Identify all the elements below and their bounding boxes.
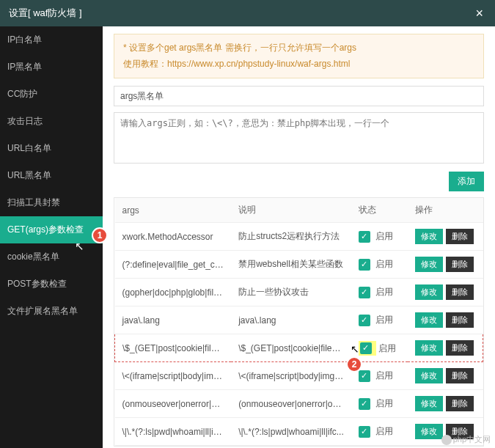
rules-table-wrap: args 说明 状态 操作 xwork.MethodAccessor防止stru…: [114, 197, 484, 447]
notice-line2: 使用教程：https://www.xp.cn/phpstudy-linux/wa…: [123, 56, 474, 73]
sidebar-item-url-whitelist[interactable]: URL白名单: [0, 135, 103, 162]
cell-status: ✓ 启用: [351, 251, 408, 279]
check-icon[interactable]: ✓: [359, 398, 370, 410]
check-icon[interactable]: ✓: [360, 342, 372, 354]
cell-status: ✓ 启用: [351, 279, 408, 306]
annotation-badge-1: 1: [92, 227, 108, 243]
cell-args: xwork.MethodAccessor: [115, 223, 232, 251]
sidebar-item-get-args[interactable]: GET(args)参数检查: [0, 216, 103, 243]
sidebar-item-ip-blacklist[interactable]: IP黑名单: [0, 54, 103, 81]
sidebar-item-scanner-ban[interactable]: 扫描工具封禁: [0, 189, 103, 216]
status-label: 启用: [373, 315, 393, 325]
cell-desc: \<(iframe|script|body|img|l...: [231, 362, 351, 390]
cell-ops: 修改删除: [408, 334, 483, 362]
notice-line1: * 设置多个get args黑名单 需换行，一行只允许填写一个args: [123, 40, 474, 56]
add-button-row: 添加: [114, 172, 484, 191]
cell-args: \|\.*(?:ls|pwd|whoami|ll|ifc...: [115, 418, 232, 446]
cell-ops: 修改删除: [408, 279, 483, 306]
sidebar-item-cc-protect[interactable]: CC防护: [0, 81, 103, 108]
th-desc: 说明: [231, 198, 351, 223]
delete-button[interactable]: 删除: [446, 312, 474, 328]
delete-button[interactable]: 删除: [446, 368, 474, 383]
cell-desc: \|\.*(?:ls|pwd|whoami|ll|ifc...: [231, 418, 351, 446]
status-label: 启用: [373, 287, 393, 297]
main-panel: * 设置多个get args黑名单 需换行，一行只允许填写一个args 使用教程…: [103, 26, 495, 448]
cell-status: ✓ 启用: [351, 223, 408, 251]
delete-button[interactable]: 删除: [446, 396, 474, 411]
annotation-badge-2: 2: [346, 356, 362, 372]
modal-header: 设置[ waf防火墙 ] ×: [0, 0, 495, 26]
sidebar-item-ip-whitelist[interactable]: IP白名单: [0, 26, 103, 54]
check-icon[interactable]: ✓: [359, 426, 370, 438]
table-row: (?:define|eval|file_get_co...禁用webshell相…: [115, 251, 483, 279]
edit-button[interactable]: 修改: [415, 229, 443, 244]
status-label: 启用: [373, 259, 393, 269]
delete-button[interactable]: 删除: [446, 257, 474, 272]
cell-desc: (onmouseover|onerror|onl...: [231, 390, 351, 418]
table-row: (onmouseover|onerror|on...(onmouseover|o…: [115, 390, 483, 418]
cell-desc: 防止一些协议攻击: [231, 279, 351, 306]
cell-desc: 禁用webshell相关某些函数: [231, 251, 351, 279]
sidebar-item-ext-blacklist[interactable]: 文件扩展名黑名单: [0, 298, 103, 325]
check-icon[interactable]: ✓: [359, 287, 370, 298]
cell-status: ✓ 启用: [351, 418, 408, 446]
cell-args: (onmouseover|onerror|on...: [115, 390, 232, 418]
modal-title: 设置[ waf防火墙 ]: [9, 7, 82, 20]
cell-ops: 修改删除: [408, 362, 483, 390]
cell-args: \<(iframe|script|body|img|l...: [115, 362, 232, 390]
check-icon[interactable]: ✓: [359, 370, 370, 382]
table-row: \|\.*(?:ls|pwd|whoami|ll|ifc...\|\.*(?:l…: [115, 418, 483, 446]
edit-button[interactable]: 修改: [415, 312, 443, 328]
cell-status: ✓ 启用: [351, 390, 408, 418]
cell-ops: 修改删除: [408, 223, 483, 251]
edit-button[interactable]: 修改: [415, 424, 443, 439]
sidebar: IP白名单 IP黑名单 CC防护 攻击日志 URL白名单 URL黑名单 扫描工具…: [0, 26, 103, 448]
th-ops: 操作: [408, 198, 483, 223]
sidebar-item-attack-log[interactable]: 攻击日志: [0, 108, 103, 135]
rule-textarea-wrap: [114, 112, 484, 166]
table-row: \$_(GET|post|cookie|files|...\$_(GET|pos…: [115, 334, 483, 362]
cell-ops: 修改删除: [408, 251, 483, 279]
check-icon[interactable]: ✓: [359, 231, 370, 243]
status-label: 启用: [376, 342, 396, 353]
table-row: (gopher|doc|php|glob|file|...防止一些协议攻击✓ 启…: [115, 279, 483, 306]
check-icon[interactable]: ✓: [359, 315, 370, 326]
cell-ops: 修改删除: [408, 390, 483, 418]
rules-table: args 说明 状态 操作 xwork.MethodAccessor防止stru…: [114, 198, 483, 446]
status-label: 启用: [373, 231, 393, 241]
sidebar-item-url-blacklist[interactable]: URL黑名单: [0, 162, 103, 189]
status-label: 启用: [373, 370, 393, 381]
php-logo-icon: [441, 435, 452, 445]
delete-button[interactable]: 删除: [446, 284, 474, 300]
close-icon[interactable]: ×: [472, 6, 486, 21]
table-row: java\.langjava\.lang✓ 启用修改删除: [115, 306, 483, 334]
status-label: 启用: [373, 426, 393, 436]
table-row: xwork.MethodAccessor防止structs2远程执行方法✓ 启用…: [115, 223, 483, 251]
delete-button[interactable]: 删除: [446, 340, 474, 356]
status-label: 启用: [373, 398, 393, 408]
cell-status: ✓ 启用: [351, 306, 408, 334]
delete-button[interactable]: 删除: [446, 229, 474, 244]
edit-button[interactable]: 修改: [415, 257, 443, 272]
sidebar-item-cookie-blacklist[interactable]: cookie黑名单: [0, 243, 103, 271]
cell-args: (gopher|doc|php|glob|file|...: [115, 279, 232, 306]
cell-ops: 修改删除: [408, 306, 483, 334]
cell-args: (?:define|eval|file_get_co...: [115, 251, 232, 279]
cell-desc: java\.lang: [231, 306, 351, 334]
table-row: \<(iframe|script|body|img|l...\<(iframe|…: [115, 362, 483, 390]
sidebar-item-post-params[interactable]: POST参数检查: [0, 271, 103, 298]
edit-button[interactable]: 修改: [415, 396, 443, 411]
edit-button[interactable]: 修改: [415, 284, 443, 300]
notice-box: * 设置多个get args黑名单 需换行，一行只允许填写一个args 使用教程…: [114, 34, 484, 78]
edit-button[interactable]: 修改: [415, 340, 443, 356]
name-input[interactable]: [114, 86, 484, 106]
cell-desc: 防止structs2远程执行方法: [231, 223, 351, 251]
cell-args: \$_(GET|post|cookie|files|...: [115, 334, 232, 362]
rule-textarea[interactable]: [114, 112, 484, 164]
add-button[interactable]: 添加: [449, 172, 484, 191]
check-icon[interactable]: ✓: [359, 259, 370, 271]
tutorial-link[interactable]: https://www.xp.cn/phpstudy-linux/waf-arg…: [167, 59, 350, 69]
name-input-wrap: [114, 86, 484, 106]
edit-button[interactable]: 修改: [415, 368, 443, 383]
table-header-row: args 说明 状态 操作: [115, 198, 483, 223]
